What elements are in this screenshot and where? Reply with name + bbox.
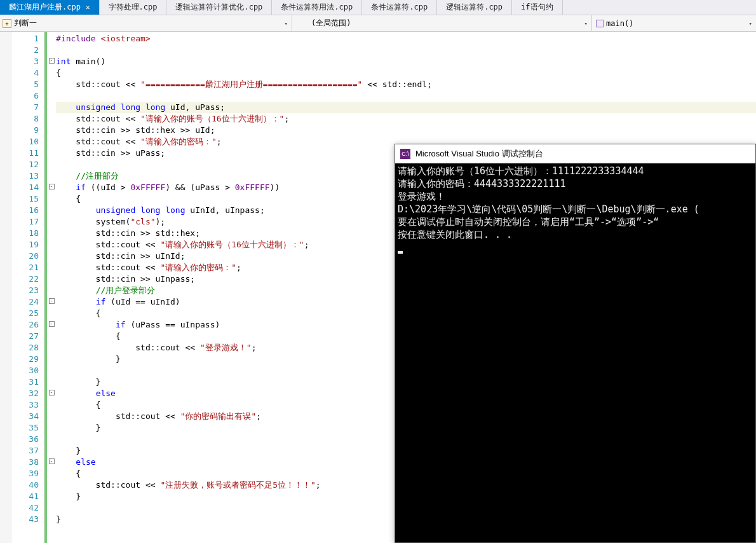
line-number: 31 [11, 376, 44, 388]
project-icon: + [3, 19, 11, 28]
tab-file[interactable]: 条件运算符用法.cpp [272, 0, 362, 15]
navigation-bar: + 判断一 ▾ (全局范围) ▾ main() ▾ [0, 15, 756, 32]
line-number: 18 [11, 228, 44, 239]
line-number: 2 [11, 45, 44, 56]
scope-label: 判断一 [14, 18, 37, 29]
line-number: 35 [11, 422, 44, 434]
line-number: 29 [11, 354, 44, 365]
line-number: 14 [11, 182, 44, 193]
tab-file[interactable]: 逻辑运算符.cpp [437, 0, 512, 15]
line-number: 17 [11, 216, 44, 228]
line-number: 3 [11, 56, 44, 67]
chevron-down-icon: ▾ [584, 20, 588, 27]
fold-icon[interactable]: - [49, 58, 55, 64]
fold-icon[interactable]: - [49, 184, 55, 189]
line-number: 38 [11, 457, 44, 468]
line-number: 21 [11, 262, 44, 273]
function-scope-combo[interactable]: main() ▾ [592, 15, 756, 31]
line-number-gutter: 1 2 3 4 5 6 7 8 9 10 11 12 13 14 15 16 1… [11, 32, 44, 543]
tab-file[interactable]: 字符处理.cpp [100, 0, 167, 15]
line-number: 16 [11, 205, 44, 216]
line-number: 30 [11, 365, 44, 376]
console-titlebar[interactable]: C:\ Microsoft Visual Studio 调试控制台 [395, 144, 755, 163]
cursor-icon [398, 251, 403, 254]
line-number: 8 [11, 113, 44, 125]
project-scope-combo[interactable]: + 判断一 ▾ [0, 15, 292, 31]
scope-label: (全局范围) [311, 18, 351, 29]
line-number: 40 [11, 479, 44, 491]
line-number: 10 [11, 136, 44, 148]
line-number: 36 [11, 434, 44, 445]
tab-file[interactable]: if语句约 [512, 0, 562, 15]
tab-file-active[interactable]: 麟江湖用户注册.cpp ✕ [0, 0, 100, 15]
console-title-text: Microsoft Visual Studio 调试控制台 [415, 148, 543, 160]
chevron-down-icon: ▾ [285, 20, 288, 27]
line-number: 1 [11, 33, 44, 45]
tab-label: 条件运算符用法.cpp [281, 2, 353, 13]
fold-icon[interactable]: - [49, 458, 55, 464]
line-number: 5 [11, 79, 44, 90]
line-number: 23 [11, 285, 44, 296]
vs-icon: C:\ [400, 149, 410, 159]
tab-label: 麟江湖用户注册.cpp [9, 2, 81, 13]
chevron-down-icon: ▾ [749, 20, 752, 27]
fold-icon[interactable]: - [49, 298, 55, 304]
line-number: 37 [11, 445, 44, 457]
class-scope-combo[interactable]: (全局范围) ▾ [292, 15, 592, 31]
line-number: 33 [11, 399, 44, 411]
line-number: 28 [11, 342, 44, 354]
line-number: 43 [11, 514, 44, 525]
line-number: 26 [11, 319, 44, 331]
scope-label: main() [606, 19, 633, 28]
line-number: 41 [11, 491, 44, 502]
tab-label: 逻辑运算符计算优化.cpp [175, 2, 262, 13]
line-number: 19 [11, 239, 44, 251]
close-icon[interactable]: ✕ [86, 3, 90, 11]
line-number: 20 [11, 251, 44, 262]
tab-file[interactable]: 条件运算符.cpp [362, 0, 437, 15]
fold-icon[interactable]: - [49, 390, 55, 395]
debug-console-window[interactable]: C:\ Microsoft Visual Studio 调试控制台 请输入你的账… [395, 144, 756, 543]
tab-label: 字符处理.cpp [109, 2, 158, 13]
line-number: 6 [11, 90, 44, 102]
fold-icon[interactable]: - [49, 321, 55, 327]
tab-label: if语句约 [521, 2, 553, 13]
line-number: 4 [11, 67, 44, 79]
line-number: 32 [11, 388, 44, 399]
line-number: 24 [11, 296, 44, 308]
line-number: 13 [11, 170, 44, 182]
line-number: 15 [11, 193, 44, 205]
line-number: 12 [11, 159, 44, 170]
outline-column: - - - - - - [47, 32, 56, 543]
line-number: 9 [11, 125, 44, 136]
line-number: 11 [11, 148, 44, 159]
breakpoint-margin[interactable] [0, 32, 11, 543]
console-output: 请输入你的账号（16位十六进制）：1111222233334444 请输入你的密… [395, 163, 755, 255]
tab-file[interactable]: 逻辑运算符计算优化.cpp [166, 0, 272, 15]
line-number: 25 [11, 308, 44, 319]
line-number: 22 [11, 273, 44, 285]
line-number: 34 [11, 411, 44, 422]
line-number: 42 [11, 502, 44, 514]
line-number: 39 [11, 468, 44, 479]
function-icon [596, 20, 604, 27]
line-number: 27 [11, 331, 44, 342]
tab-label: 逻辑运算符.cpp [446, 2, 503, 13]
line-number: 7 [11, 102, 44, 113]
file-tabs: 麟江湖用户注册.cpp ✕ 字符处理.cpp 逻辑运算符计算优化.cpp 条件运… [0, 0, 756, 15]
tab-label: 条件运算符.cpp [371, 2, 428, 13]
